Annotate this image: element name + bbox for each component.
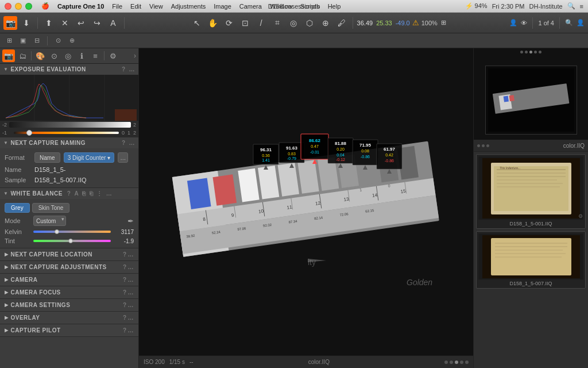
camera-header[interactable]: ▶ CAMERA ? … bbox=[0, 274, 138, 286]
cs-more[interactable]: … bbox=[128, 302, 134, 308]
naming-ellipsis-button[interactable]: … bbox=[118, 152, 128, 163]
wb-tab-grey[interactable]: Grey bbox=[5, 203, 30, 213]
menu-view[interactable]: View bbox=[149, 3, 163, 10]
camera-settings-header[interactable]: ▶ CAMERA SETTINGS ? … bbox=[0, 299, 138, 312]
ncl-more[interactable]: … bbox=[128, 251, 134, 258]
exposure-header[interactable]: ▼ EXPOSURE EVALUATION ? … bbox=[0, 64, 138, 75]
meta-tab-icon[interactable]: ≡ bbox=[89, 49, 102, 62]
exposure-slider-thumb[interactable] bbox=[26, 130, 32, 136]
overlay-header[interactable]: ▶ OVERLAY ? … bbox=[0, 312, 138, 324]
wb-icon-paste[interactable]: ⎗ bbox=[90, 190, 94, 197]
wb-icon-a[interactable]: A bbox=[74, 190, 79, 197]
wb-header[interactable]: ▼ WHITE BALANCE ? A ⎘ ⎗ ⋮ … bbox=[0, 188, 138, 199]
keystone-tool[interactable]: ⌗ bbox=[270, 16, 284, 30]
next-capture-location-header[interactable]: ▶ NEXT CAPTURE LOCATION ? … bbox=[0, 248, 138, 261]
library-tab-icon[interactable]: 🗂 bbox=[16, 49, 29, 62]
dot-5[interactable] bbox=[465, 361, 469, 364]
filmstrip[interactable]: This Indenture... ⚙ D158_1_5-001.IIQ bbox=[474, 152, 588, 368]
clone-tool[interactable]: ⊕ bbox=[319, 16, 332, 30]
capture-icon[interactable]: 📷 bbox=[3, 16, 17, 30]
name-pill-button[interactable]: Name bbox=[34, 152, 60, 163]
mask-tool[interactable]: ⬡ bbox=[303, 16, 316, 30]
wb-more[interactable]: … bbox=[106, 190, 113, 197]
ov-help[interactable]: ? bbox=[123, 315, 127, 321]
circle-tool[interactable]: ◎ bbox=[287, 16, 300, 30]
menu-adjustments[interactable]: Adjustments bbox=[171, 3, 206, 10]
settings-tab-icon[interactable]: ⚙ bbox=[107, 49, 119, 62]
dot-3[interactable] bbox=[455, 361, 458, 364]
nca-help[interactable]: ? bbox=[123, 264, 127, 270]
overlay-icon[interactable]: ⊕ bbox=[66, 35, 78, 47]
cf-help[interactable]: ? bbox=[123, 289, 127, 296]
eyedropper-icon[interactable]: ✒ bbox=[127, 217, 134, 225]
filmstrip-item-2[interactable]: D158_1_5-007.IIQ bbox=[476, 231, 586, 289]
minimize-button[interactable] bbox=[15, 3, 22, 10]
info-tab-icon[interactable]: ℹ bbox=[75, 49, 88, 62]
camera-focus-header[interactable]: ▶ CAMERA FOCUS ? … bbox=[0, 286, 138, 299]
person-right-icon[interactable]: 👤 bbox=[577, 19, 585, 26]
fit-icon[interactable]: ⊞ bbox=[441, 19, 446, 26]
exposure-help[interactable]: ? bbox=[122, 66, 126, 72]
image-viewer[interactable]: 8 9 10 11 12 13 14 15 1 0 39 bbox=[139, 48, 473, 355]
text-icon[interactable]: A bbox=[106, 16, 120, 30]
filmstrip-item-1[interactable]: This Indenture... ⚙ D158_1_5-001.IIQ bbox=[476, 154, 586, 229]
redo-icon[interactable]: ↪ bbox=[90, 16, 104, 30]
menu-camera[interactable]: Camera bbox=[239, 3, 262, 10]
menu-edit[interactable]: Edit bbox=[130, 3, 141, 10]
delete-icon[interactable]: ✕ bbox=[58, 16, 72, 30]
eye-icon[interactable]: 👁 bbox=[521, 20, 527, 26]
ncl-help[interactable]: ? bbox=[123, 251, 127, 258]
focus-icon[interactable]: ⊙ bbox=[52, 35, 64, 47]
maximize-button[interactable] bbox=[25, 3, 32, 10]
wb-icon-more[interactable]: ⋮ bbox=[96, 190, 103, 197]
nca-more[interactable]: … bbox=[128, 264, 134, 270]
dot-1[interactable] bbox=[444, 361, 448, 364]
import-icon[interactable]: ⬇ bbox=[20, 16, 33, 30]
mode-select[interactable]: Custom Auto Daylight bbox=[33, 216, 66, 226]
capture-tab-icon[interactable]: 📷 bbox=[2, 49, 15, 62]
straighten-tool[interactable]: / bbox=[254, 16, 268, 30]
compare-icon[interactable]: ⊟ bbox=[31, 35, 42, 47]
crop-tool[interactable]: ⊡ bbox=[238, 16, 252, 30]
pan-tool[interactable]: ✋ bbox=[206, 16, 220, 30]
cam-more[interactable]: … bbox=[128, 277, 134, 283]
naming-header[interactable]: ▼ NEXT CAPTURE NAMING ? … bbox=[0, 137, 138, 148]
naming-more[interactable]: … bbox=[129, 140, 136, 146]
cp-more[interactable]: … bbox=[128, 327, 134, 334]
menu-icon[interactable]: ≡ bbox=[580, 3, 583, 10]
export-icon[interactable]: ⬆ bbox=[42, 16, 56, 30]
exposure-slider-track[interactable] bbox=[14, 132, 119, 134]
lens-tab-icon[interactable]: ⊙ bbox=[48, 49, 60, 62]
search-right-icon[interactable]: 🔍 bbox=[565, 19, 573, 26]
naming-help[interactable]: ? bbox=[122, 140, 126, 146]
kelvin-slider[interactable] bbox=[33, 231, 111, 233]
menu-file[interactable]: File bbox=[112, 3, 122, 10]
film-settings-icon-1[interactable]: ⚙ bbox=[578, 212, 583, 219]
next-capture-adjustments-header[interactable]: ▶ NEXT CAPTURE ADJUSTMENTS ? … bbox=[0, 261, 138, 274]
capture-pilot-header[interactable]: ▶ CAPTURE PILOT ? … bbox=[0, 324, 138, 337]
tint-slider-thumb[interactable] bbox=[68, 239, 73, 243]
rotate-tool[interactable]: ⟳ bbox=[222, 16, 236, 30]
single-view-icon[interactable]: ▣ bbox=[17, 35, 29, 47]
menu-image[interactable]: Image bbox=[214, 3, 231, 10]
expand-panel-icon[interactable]: › bbox=[134, 52, 136, 60]
dot-4[interactable] bbox=[460, 361, 463, 364]
kelvin-slider-thumb[interactable] bbox=[55, 229, 59, 234]
wb-tab-skintone[interactable]: Skin Tone bbox=[32, 203, 70, 213]
digit-counter-button[interactable]: 3 Digit Counter ▾ bbox=[64, 152, 114, 163]
details-tab-icon[interactable]: ◎ bbox=[61, 49, 74, 62]
wb-pick-tool[interactable]: 🖋 bbox=[335, 16, 349, 30]
cam-help[interactable]: ? bbox=[123, 277, 127, 283]
grid-icon[interactable]: ⊞ bbox=[3, 35, 15, 47]
search-icon[interactable]: 🔍 bbox=[567, 2, 575, 10]
wb-icon-copy[interactable]: ⎘ bbox=[82, 190, 86, 197]
ov-more[interactable]: … bbox=[128, 315, 134, 321]
close-button[interactable] bbox=[5, 3, 11, 10]
cf-more[interactable]: … bbox=[128, 289, 134, 296]
exposure-more[interactable]: … bbox=[129, 66, 136, 72]
cp-help[interactable]: ? bbox=[123, 327, 127, 334]
dot-2[interactable] bbox=[450, 361, 453, 364]
cursor-tool[interactable]: ↖ bbox=[190, 16, 204, 30]
menu-help[interactable]: Help bbox=[328, 3, 341, 10]
undo-icon[interactable]: ↩ bbox=[74, 16, 88, 30]
